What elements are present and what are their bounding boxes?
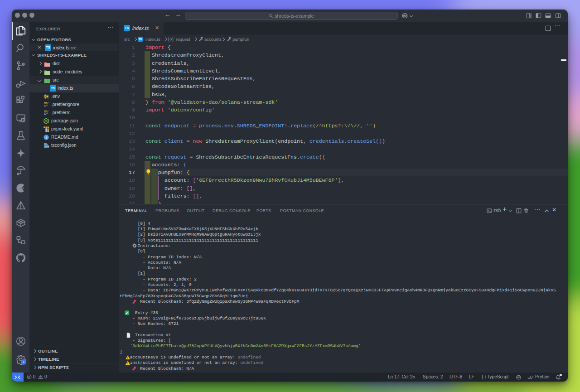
svg-text:JS: JS <box>45 120 48 122</box>
svg-text:TS: TS <box>46 145 49 148</box>
